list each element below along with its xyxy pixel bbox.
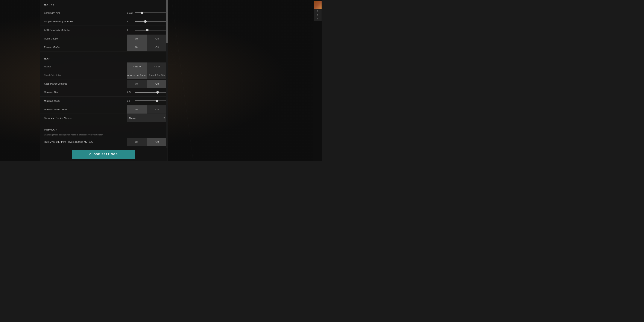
minimap-vision-cones-on-button[interactable]: On <box>127 106 147 114</box>
mouse-section-header: MOUSE <box>40 0 168 8</box>
keep-player-centered-off-button[interactable]: Off <box>147 80 168 88</box>
dropdown-arrow-icon: ▼ <box>163 117 165 119</box>
avatar-image <box>314 1 322 9</box>
close-settings-button[interactable]: CLOSE SETTINGS <box>72 150 135 159</box>
fixed-orientation-side-button[interactable]: Based On Side <box>147 71 168 79</box>
minimap-size-value: 1.04 <box>127 91 133 94</box>
ads-sensitivity-value: 1 <box>127 29 133 31</box>
counter-badge-0: 0 <box>314 9 322 13</box>
scoped-sensitivity-fill <box>135 21 145 22</box>
map-section: MAP Rotate Rotate Fixed Fixed Orientatio… <box>40 54 168 122</box>
show-map-region-names-control[interactable]: Always ▼ <box>127 114 168 122</box>
minimap-size-row: Minimap Size 1.04 <box>40 88 168 96</box>
rawinputbuffer-off-button[interactable]: Off <box>147 43 168 51</box>
scrollbar-track <box>166 0 168 161</box>
sensitivity-aim-thumb[interactable] <box>140 12 143 14</box>
invert-mouse-control: On Off <box>127 34 168 43</box>
rotate-control: Rotate Fixed <box>127 62 168 71</box>
sensitivity-aim-value: 0.663 <box>127 12 133 14</box>
keep-player-centered-row: Keep Player Centered On Off <box>40 80 168 88</box>
minimap-zoom-value: 0.8 <box>127 100 133 102</box>
rawinputbuffer-row: RawInputBuffer On Off <box>40 43 168 52</box>
invert-mouse-label: Invert Mouse <box>44 35 127 42</box>
hide-riot-id-label: Hide My Riot ID from Players Outside My … <box>44 138 127 145</box>
fixed-orientation-always-button[interactable]: Always the Same <box>127 71 147 79</box>
show-map-region-names-row: Show Map Region Names Always ▼ <box>40 114 168 122</box>
minimap-size-label: Minimap Size <box>44 89 127 96</box>
svg-line-1 <box>172 0 193 161</box>
hide-riot-id-row: Hide My Riot ID from Players Outside My … <box>40 138 168 146</box>
scoped-sensitivity-thumb[interactable] <box>144 20 146 23</box>
fixed-orientation-row: Fixed Orientation Always the Same Based … <box>40 71 168 80</box>
minimap-size-track[interactable] <box>135 92 168 93</box>
invert-mouse-row: Invert Mouse On Off <box>40 34 168 43</box>
minimap-zoom-thumb[interactable] <box>156 100 158 102</box>
minimap-zoom-control: 0.8 <box>127 100 168 102</box>
map-section-header: MAP <box>40 54 168 62</box>
minimap-zoom-row: Minimap Zoom 0.8 <box>40 96 168 105</box>
privacy-section: PRIVACY Changing these settings may not … <box>40 124 168 146</box>
sensitivity-aim-control: 0.663 <box>127 12 168 14</box>
minimap-zoom-track[interactable] <box>135 100 168 101</box>
hide-riot-id-control: On Off <box>127 138 168 146</box>
hide-riot-id-on-button[interactable]: On <box>127 138 147 146</box>
rotate-rotate-button[interactable]: Rotate <box>127 62 147 71</box>
minimap-vision-cones-label: Minimap Vision Cones <box>44 106 127 113</box>
invert-mouse-off-button[interactable]: Off <box>147 34 168 43</box>
rawinputbuffer-label: RawInputBuffer <box>44 44 127 51</box>
minimap-vision-cones-off-button[interactable]: Off <box>147 106 168 114</box>
sensitivity-aim-label: Sensitivity: Aim <box>44 10 127 16</box>
sensitivity-aim-track[interactable] <box>135 12 168 13</box>
ads-sensitivity-thumb[interactable] <box>146 29 148 31</box>
minimap-size-control: 1.04 <box>127 91 168 94</box>
fixed-orientation-control: Always the Same Based On Side <box>127 71 168 79</box>
counter-badge-2: 3 <box>314 18 322 21</box>
minimap-size-thumb[interactable] <box>156 91 159 94</box>
minimap-vision-cones-row: Minimap Vision Cones On Off <box>40 105 168 114</box>
invert-mouse-on-button[interactable]: On <box>127 34 147 43</box>
hide-riot-id-off-button[interactable]: Off <box>147 138 168 146</box>
ads-sensitivity-row: ADS Sensitivity Multiplier 1 <box>40 26 168 34</box>
keep-player-centered-on-button[interactable]: On <box>127 80 147 88</box>
minimap-size-fill <box>135 92 158 93</box>
ads-sensitivity-fill <box>135 30 147 30</box>
show-map-region-names-label: Show Map Region Names <box>44 115 127 122</box>
show-map-region-names-value: Always <box>129 117 163 119</box>
minimap-vision-cones-control: On Off <box>127 106 168 114</box>
counter-badge-1: 0 <box>314 13 322 17</box>
avatar[interactable] <box>314 1 322 9</box>
ads-sensitivity-label: ADS Sensitivity Multiplier <box>44 26 127 34</box>
scrollbar-thumb[interactable] <box>166 0 168 43</box>
keep-player-centered-control: On Off <box>127 80 168 88</box>
rawinputbuffer-on-button[interactable]: On <box>127 43 147 51</box>
rawinputbuffer-control: On Off <box>127 43 168 51</box>
sensitivity-aim-row: Sensitivity: Aim 0.663 <box>40 8 168 17</box>
scoped-sensitivity-track[interactable] <box>135 21 168 22</box>
mouse-section: MOUSE Sensitivity: Aim 0.663 Scoped Sens… <box>40 0 168 52</box>
rotate-label: Rotate <box>44 63 127 70</box>
fixed-orientation-label: Fixed Orientation <box>44 72 127 78</box>
settings-panel: MOUSE Sensitivity: Aim 0.663 Scoped Sens… <box>40 0 168 161</box>
ads-sensitivity-control: 1 <box>127 29 168 31</box>
scoped-sensitivity-label: Scoped Sensitivity Multiplier <box>44 18 127 25</box>
scoped-sensitivity-control: 1 <box>127 20 168 23</box>
close-button-container: CLOSE SETTINGS <box>40 148 168 161</box>
keep-player-centered-label: Keep Player Centered <box>44 80 127 87</box>
privacy-note: Changing these settings may not take eff… <box>40 133 168 138</box>
ads-sensitivity-track[interactable] <box>135 30 168 30</box>
rotate-row: Rotate Rotate Fixed <box>40 62 168 71</box>
scoped-sensitivity-row: Scoped Sensitivity Multiplier 1 <box>40 17 168 26</box>
scoped-sensitivity-value: 1 <box>127 20 133 23</box>
right-panel: 0 0 3 <box>314 0 322 161</box>
minimap-zoom-label: Minimap Zoom <box>44 98 127 104</box>
rotate-fixed-button[interactable]: Fixed <box>147 62 168 71</box>
privacy-section-header: PRIVACY <box>40 124 168 133</box>
minimap-zoom-fill <box>135 100 157 101</box>
